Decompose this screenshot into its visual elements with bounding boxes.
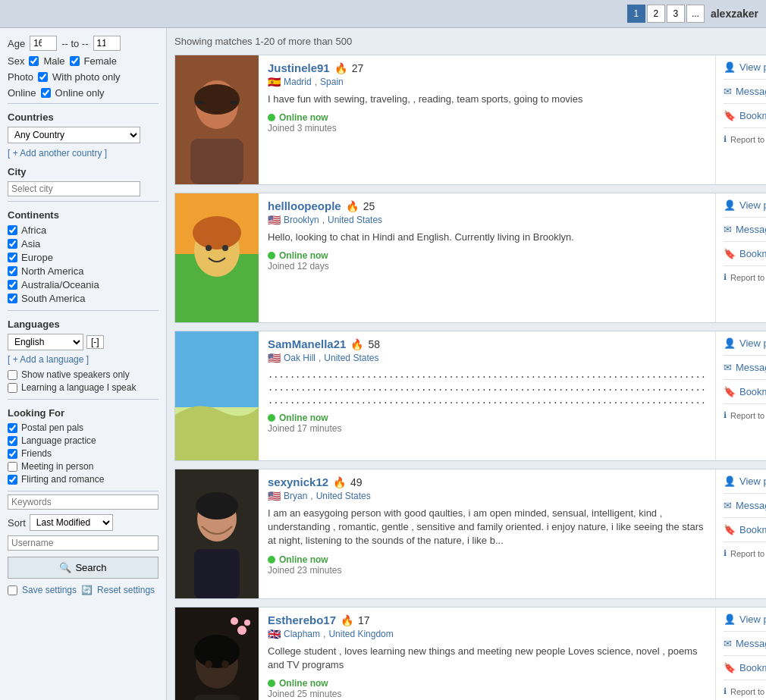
message-esther[interactable]: ✉ Message	[724, 638, 766, 649]
city-link-sexy[interactable]: Bryan	[284, 491, 307, 501]
view-profile-justinele[interactable]: 👤 View profile	[724, 61, 766, 73]
bookmark-label-h: Bookmark	[739, 248, 766, 259]
page-btn-1[interactable]: 1	[627, 5, 645, 23]
profile-age-helllo: 25	[363, 200, 375, 212]
looking-postal-checkbox[interactable]	[8, 423, 17, 433]
city-link-esther[interactable]: Clapham	[284, 629, 320, 639]
bookmark-justinele[interactable]: 🔖 Bookmark	[724, 110, 766, 121]
continent-north-america-checkbox[interactable]	[8, 266, 17, 276]
search-button[interactable]: 🔍 Search	[8, 557, 159, 579]
joined-helllo: Joined 12 days	[268, 261, 706, 272]
report-sam[interactable]: ℹ Report to Moderator	[724, 410, 766, 420]
continent-australia: Australia/Oceania	[8, 279, 159, 290]
page-btn-3[interactable]: 3	[667, 5, 685, 23]
sex-female-checkbox[interactable]	[70, 56, 80, 66]
bookmark-helllo[interactable]: 🔖 Bookmark	[724, 248, 766, 259]
report-justinele[interactable]: ℹ Report to Moderator	[724, 134, 766, 144]
country-link-justinele[interactable]: Spain	[320, 77, 344, 87]
location-sexy: 🇺🇸 Bryan , United States	[268, 490, 706, 502]
bookmark-label-s: Bookmark	[739, 386, 766, 397]
flame-icon-sexy: 🔥	[333, 476, 346, 488]
city-link-justinele[interactable]: Madrid	[284, 77, 312, 87]
save-settings-link[interactable]: Save settings	[22, 585, 77, 595]
bookmark-sexy[interactable]: 🔖 Bookmark	[724, 524, 766, 535]
country-link-sam[interactable]: United States	[324, 353, 378, 363]
sort-select[interactable]: Last Modified Newest first Age	[30, 514, 113, 531]
message-sexy[interactable]: ✉ Message	[724, 500, 766, 511]
continent-europe-checkbox[interactable]	[8, 253, 17, 262]
username-input[interactable]	[8, 535, 159, 551]
profile-name-sam[interactable]: SamManella21	[268, 337, 346, 350]
bookmark-esther[interactable]: 🔖 Bookmark	[724, 662, 766, 673]
city-link-helllo[interactable]: Brooklyn	[284, 215, 319, 225]
report-icon-s: ℹ	[724, 410, 727, 420]
search-button-label: Search	[75, 562, 106, 573]
page-btn-2[interactable]: 2	[647, 5, 665, 23]
view-profile-sexy[interactable]: 👤 View profile	[724, 476, 766, 487]
city-link-sam[interactable]: Oak Hill	[284, 353, 316, 363]
view-profile-sam[interactable]: 👤 View profile	[724, 337, 766, 349]
online-option-label: Online only	[55, 87, 105, 99]
looking-friends-checkbox[interactable]	[8, 449, 17, 459]
svg-rect-19	[194, 549, 240, 598]
joined-justinele: Joined 3 minutes	[268, 123, 706, 133]
country-link-sexy[interactable]: United States	[316, 491, 371, 501]
profile-card-sexy: sexynick12 🔥 49 🇺🇸 Bryan , United States…	[174, 469, 766, 599]
page-btn-more[interactable]: ...	[686, 5, 705, 23]
learning-checkbox[interactable]	[8, 383, 17, 393]
looking-meeting-label: Meeting in person	[21, 461, 93, 472]
show-native-checkbox[interactable]	[8, 370, 17, 380]
looking-language-checkbox[interactable]	[8, 436, 17, 446]
country-link-esther[interactable]: United Kingdom	[328, 629, 393, 639]
save-settings-checkbox[interactable]	[8, 585, 17, 595]
message-justinele[interactable]: ✉ Message	[724, 86, 766, 97]
country-link-helllo[interactable]: United States	[328, 215, 382, 225]
city-input[interactable]	[8, 181, 140, 196]
language-select[interactable]: English	[8, 334, 83, 350]
settings-separator: 🔄	[81, 585, 93, 595]
profile-desc-helllo: Hello, looking to chat in Hindi and Engl…	[268, 231, 706, 244]
profile-name-esther[interactable]: Estherebo17	[268, 614, 336, 626]
online-checkbox[interactable]	[41, 88, 51, 98]
profile-age-sexy: 49	[350, 476, 363, 488]
profile-actions-esther: 👤 View profile ✉ Message 🔖 Bookmark ℹ Re…	[716, 607, 766, 700]
report-esther[interactable]: ℹ Report to Moderator	[724, 686, 766, 696]
continent-south-america-checkbox[interactable]	[8, 293, 17, 303]
language-remove-button[interactable]: [-]	[86, 335, 104, 349]
report-label: Report to Moderator	[730, 135, 766, 144]
message-sam[interactable]: ✉ Message	[724, 362, 766, 373]
svg-point-25	[205, 661, 212, 668]
sex-male-checkbox[interactable]	[29, 56, 39, 66]
message-label-s: Message	[736, 362, 766, 373]
add-language-link[interactable]: [ + Add a language ]	[8, 354, 89, 365]
view-profile-helllo[interactable]: 👤 View profile	[724, 199, 766, 211]
looking-meeting-checkbox[interactable]	[8, 462, 17, 472]
report-helllo[interactable]: ℹ Report to Moderator	[724, 272, 766, 282]
looking-flirting-checkbox[interactable]	[8, 475, 17, 485]
message-label: Message	[736, 86, 766, 97]
age-to-input[interactable]	[93, 36, 121, 51]
continent-south-america-label: South America	[21, 293, 86, 304]
view-profile-esther[interactable]: 👤 View profile	[724, 614, 766, 625]
profile-photo-esther	[175, 607, 259, 700]
add-country-link[interactable]: [ + Add another country ]	[8, 148, 107, 159]
photo-checkbox[interactable]	[38, 72, 48, 82]
report-sexy[interactable]: ℹ Report to Moderator	[724, 548, 766, 558]
looking-language-label: Language practice	[21, 435, 96, 446]
flag-justinele: 🇪🇸	[268, 76, 281, 88]
reset-settings-link[interactable]: Reset settings	[97, 585, 155, 595]
country-select[interactable]: Any Country	[8, 127, 140, 143]
continent-asia-checkbox[interactable]	[8, 239, 17, 249]
sex-row: Sex Male Female	[8, 55, 159, 67]
profile-card-esther: Estherebo17 🔥 17 🇬🇧 Clapham , United Kin…	[174, 607, 766, 700]
keywords-input[interactable]	[8, 494, 159, 510]
message-helllo[interactable]: ✉ Message	[724, 224, 766, 235]
profile-name-sexy[interactable]: sexynick12	[268, 476, 328, 488]
continent-australia-checkbox[interactable]	[8, 280, 17, 290]
continent-north-america: North America	[8, 265, 159, 277]
profile-name-justinele[interactable]: Justinele91	[268, 61, 330, 74]
bookmark-sam[interactable]: 🔖 Bookmark	[724, 386, 766, 397]
age-from-input[interactable]	[30, 36, 57, 51]
continent-africa-checkbox[interactable]	[8, 225, 17, 235]
profile-name-helllo[interactable]: hellloopeople	[268, 199, 341, 212]
